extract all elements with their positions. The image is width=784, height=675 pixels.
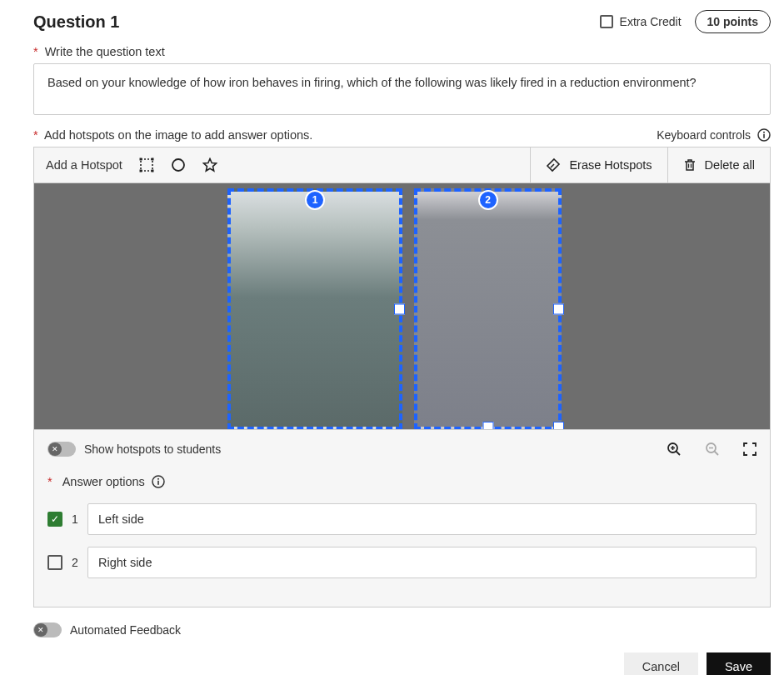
add-hotspot-label: Add a Hotspot (46, 158, 122, 172)
checkbox-icon (600, 15, 613, 28)
option-number: 2 (71, 556, 79, 569)
resize-handle[interactable] (482, 422, 493, 430)
svg-point-8 (172, 159, 184, 171)
zoom-in-button[interactable] (667, 442, 682, 457)
header-actions: Extra Credit 10 points (600, 10, 771, 33)
correct-answer-checkbox[interactable]: ✓ (47, 512, 62, 527)
hotspot-badge: 1 (305, 190, 325, 210)
hotspot-badge: 2 (478, 190, 498, 210)
hotspot-selection-1[interactable]: 1 (227, 188, 402, 430)
cancel-button[interactable]: Cancel (624, 652, 698, 675)
question-text-input[interactable]: Based on your knowledge of how iron beha… (33, 63, 771, 115)
question-text-label: * Write the question text (33, 45, 771, 58)
keyboard-controls-link[interactable]: Keyboard controls (657, 128, 771, 142)
info-icon (757, 128, 771, 142)
toggle-knob-off-icon: ✕ (48, 442, 62, 456)
correct-answer-checkbox[interactable] (47, 555, 62, 570)
answer-panel: ✕ Show hotspots to students * Answer opt… (33, 430, 771, 608)
answer-option-row: ✓ 1 (47, 503, 757, 535)
zoom-out-button[interactable] (705, 442, 720, 457)
points-button[interactable]: 10 points (695, 10, 771, 33)
erase-hotspots-button[interactable]: Erase Hotspots (530, 148, 667, 182)
automated-feedback-label: Automated Feedback (70, 623, 181, 637)
svg-rect-6 (139, 170, 142, 172)
option-label-input[interactable] (87, 547, 757, 578)
hotspot-selection-2[interactable]: 2 (414, 188, 562, 430)
show-hotspots-toggle[interactable]: ✕ (47, 442, 76, 457)
info-icon (152, 475, 165, 488)
extra-credit-checkbox[interactable]: Extra Credit (600, 15, 682, 28)
resize-handle[interactable] (553, 304, 564, 315)
hotspot-instruction-row: * Add hotspots on the image to add answe… (33, 128, 771, 142)
option-label-input[interactable] (87, 503, 757, 535)
svg-rect-4 (139, 158, 142, 161)
automated-feedback-toggle[interactable]: ✕ (33, 622, 62, 638)
option-number: 1 (71, 512, 79, 526)
svg-point-1 (763, 132, 765, 133)
required-asterisk: * (47, 475, 52, 488)
header-row: Question 1 Extra Credit 10 points (33, 10, 771, 33)
save-button[interactable]: Save (707, 652, 771, 675)
panel-top-row: ✕ Show hotspots to students (47, 442, 757, 457)
circle-shape-button[interactable] (171, 158, 186, 172)
answer-option-row: 2 (47, 547, 757, 578)
toggle-knob-off-icon: ✕ (34, 623, 47, 637)
delete-all-button[interactable]: Delete all (667, 148, 770, 182)
svg-point-12 (157, 478, 159, 480)
eraser-icon (546, 158, 561, 172)
svg-rect-2 (763, 134, 765, 138)
trash-icon (683, 158, 697, 172)
required-asterisk: * (33, 45, 38, 58)
answer-options-label: * Answer options (47, 475, 757, 488)
question-title: Question 1 (33, 12, 119, 32)
extra-credit-label: Extra Credit (620, 15, 682, 28)
polygon-shape-button[interactable] (202, 158, 217, 172)
zoom-controls (667, 442, 757, 457)
svg-rect-7 (151, 170, 153, 172)
resize-handle[interactable] (394, 304, 405, 315)
hotspot-instruction: * Add hotspots on the image to add answe… (33, 128, 312, 142)
toolbar-left: Add a Hotspot (34, 148, 530, 182)
svg-rect-13 (157, 481, 159, 485)
show-hotspots-label: Show hotspots to students (84, 442, 221, 456)
question-editor: Question 1 Extra Credit 10 points * Writ… (0, 0, 784, 675)
resize-handle[interactable] (553, 422, 564, 430)
footer-actions: Cancel Save (33, 652, 771, 675)
hotspot-toolbar: Add a Hotspot Erase Hotspots Delete all (33, 147, 771, 183)
required-asterisk: * (33, 128, 38, 142)
hotspot-canvas[interactable]: 1 2 (33, 183, 771, 430)
svg-rect-5 (151, 158, 153, 161)
svg-rect-3 (141, 159, 152, 171)
automated-feedback-row: ✕ Automated Feedback (33, 622, 771, 638)
show-hotspots-toggle-wrap: ✕ Show hotspots to students (47, 442, 221, 457)
fullscreen-button[interactable] (743, 442, 757, 456)
rectangle-shape-button[interactable] (139, 158, 154, 172)
